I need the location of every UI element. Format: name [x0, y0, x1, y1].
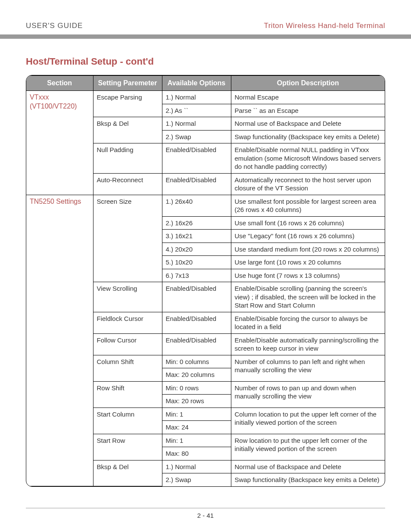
desc: Column location to put the upper left co…: [231, 408, 385, 434]
opt: Min: 1: [162, 408, 231, 421]
opt: 1.) Normal: [162, 91, 231, 104]
desc: Automatically reconnect to the host serv…: [231, 173, 385, 195]
desc: Use large font (10 rows x 20 columns: [231, 256, 385, 269]
desc: Use small font (16 rows x 26 columns): [231, 216, 385, 230]
param-column-shift: Column Shift: [93, 355, 162, 381]
desc: Use huge font (7 rows x 13 columns): [231, 269, 385, 282]
settings-table: Section Setting Paremeter Available Opti…: [26, 75, 385, 486]
param-start-column: Start Column: [93, 408, 162, 434]
opt: 3.) 16x21: [162, 230, 231, 243]
desc: Normal use of Backspace and Delete: [231, 460, 385, 473]
desc: Normal Escape: [231, 91, 385, 104]
desc: Row location to put the upper left corne…: [231, 434, 385, 460]
page-header: USER'S GUIDE Triton Wireless Hand-held T…: [26, 22, 385, 30]
desc: Swap functionality (Backspace key emits …: [231, 130, 385, 143]
param-view-scrolling: View Scrolling: [93, 282, 162, 312]
param-screen-size: Screen Size: [93, 195, 162, 282]
opt: 2.) 16x26: [162, 216, 231, 230]
param-bksp-del: Bksp & Del: [93, 117, 162, 143]
table-header-row: Section Setting Paremeter Available Opti…: [26, 76, 385, 91]
opt: 5.) 10x20: [162, 256, 231, 269]
desc: Enable/Disable forcing the cursor to alw…: [231, 312, 385, 333]
section-vtxxx: VTxxx (VT100/VT220): [26, 91, 93, 195]
opt: 1.) Normal: [162, 460, 231, 473]
param-null-padding: Null Padding: [93, 143, 162, 174]
param-bksp-del: Bksp & Del: [93, 460, 162, 486]
opt: Enabled/Disabled: [162, 143, 231, 174]
desc: Parse `` as an Escape: [231, 104, 385, 117]
opt: Max: 20 rows: [162, 395, 231, 408]
opt: 1.) 26x40: [162, 195, 231, 216]
col-section: Section: [26, 76, 93, 91]
opt: Min: 0 rows: [162, 381, 231, 395]
page-footer: 2 - 41: [0, 508, 411, 519]
page-number: 2 - 41: [197, 512, 214, 519]
param-row-shift: Row Shift: [93, 381, 162, 408]
desc: Use smallest font possible for largest s…: [231, 195, 385, 216]
header-right: Triton Wireless Hand-held Terminal: [264, 22, 385, 30]
opt: 2.) As ``: [162, 104, 231, 117]
col-option-description: Option Description: [231, 76, 385, 91]
opt: Max: 80: [162, 447, 231, 460]
opt: 4.) 20x20: [162, 243, 231, 256]
opt: 2.) Swap: [162, 130, 231, 143]
header-divider: [0, 34, 411, 39]
desc: Number of rows to pan up and down when m…: [231, 381, 385, 408]
opt: Enabled/Disabled: [162, 312, 231, 333]
settings-table-wrap: Section Setting Paremeter Available Opti…: [26, 75, 385, 487]
opt: 6.) 7x13: [162, 269, 231, 282]
param-fieldlock-cursor: Fieldlock Cursor: [93, 312, 162, 333]
desc: Use standard medium font (20 rows x 20 c…: [231, 243, 385, 256]
col-setting-parameter: Setting Paremeter: [93, 76, 162, 91]
opt: 1.) Normal: [162, 117, 231, 131]
desc: Enable/Disable normal NULL padding in VT…: [231, 143, 385, 174]
param-follow-cursor: Follow Cursor: [93, 333, 162, 355]
opt: Max: 20 columns: [162, 368, 231, 382]
opt: Min: 1: [162, 434, 231, 447]
desc: Swap functionality (Backspace key emits …: [231, 473, 385, 486]
opt: Enabled/Disabled: [162, 282, 231, 312]
param-start-row: Start Row: [93, 434, 162, 460]
table-row: TN5250 Settings Screen Size 1.) 26x40 Us…: [26, 195, 385, 216]
param-auto-reconnect: Auto-Reconnect: [93, 173, 162, 195]
desc: Use "Legacy" font (16 rows x 26 columns): [231, 230, 385, 243]
table-row: VTxxx (VT100/VT220) Escape Parsing 1.) N…: [26, 91, 385, 104]
param-escape-parsing: Escape Parsing: [93, 91, 162, 117]
desc: Enable/Disable automatically panning/scr…: [231, 333, 385, 355]
section-title: Host/Terminal Setup - cont'd: [26, 56, 385, 67]
col-available-options: Available Options: [162, 76, 231, 91]
header-left: USER'S GUIDE: [26, 22, 83, 30]
desc: Enable/Disable scrolling (panning the sc…: [231, 282, 385, 312]
opt: Max: 24: [162, 421, 231, 434]
desc: Normal use of Backspace and Delete: [231, 117, 385, 131]
section-tn5250: TN5250 Settings: [26, 195, 93, 486]
desc: Number of columns to pan left and right …: [231, 355, 385, 381]
opt: Enabled/Disabled: [162, 333, 231, 355]
opt: Min: 0 columns: [162, 355, 231, 368]
opt: Enabled/Disabled: [162, 173, 231, 195]
opt: 2.) Swap: [162, 473, 231, 486]
